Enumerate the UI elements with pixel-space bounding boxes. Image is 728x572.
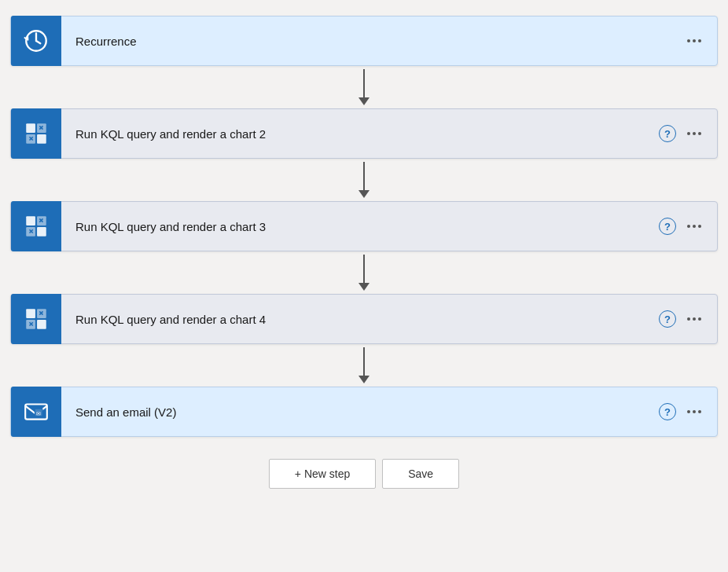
kql3-more-button[interactable]: [684, 222, 704, 231]
svg-rect-14: [37, 227, 46, 236]
recurrence-more-button[interactable]: [684, 36, 704, 46]
step-kql3[interactable]: Run KQL query and render a chart 3 ?: [10, 201, 718, 251]
recurrence-svg: [23, 28, 50, 54]
step-kql2[interactable]: Run KQL query and render a chart 2 ?: [10, 108, 718, 159]
kql3-icon-bg: [11, 201, 61, 251]
kql4-label: Run KQL query and render a chart 4: [61, 313, 659, 326]
email-icon-bg: ✉: [11, 387, 61, 437]
kql4-svg: [23, 306, 50, 332]
svg-rect-3: [26, 123, 35, 133]
step-email[interactable]: ✉ Send an email (V2) ?: [10, 387, 718, 437]
arrow-2: [358, 159, 370, 201]
kql4-actions: ?: [659, 310, 717, 328]
svg-rect-19: [26, 309, 35, 318]
kql4-more-button[interactable]: [684, 314, 704, 324]
kql3-svg: [23, 213, 50, 240]
email-actions: ?: [659, 403, 717, 420]
kql4-help-button[interactable]: ?: [659, 310, 676, 328]
kql4-icon-bg: [11, 294, 61, 344]
kql2-icon-bg: [11, 108, 61, 159]
svg-line-2: [36, 41, 40, 43]
email-more-button[interactable]: [684, 407, 704, 416]
arrow-4: [358, 344, 370, 387]
bottom-actions: + New step Save: [269, 459, 459, 489]
email-help-button[interactable]: ?: [659, 403, 676, 420]
svg-text:✉: ✉: [36, 410, 41, 417]
kql2-svg: [23, 120, 50, 147]
kql2-more-button[interactable]: [684, 129, 704, 138]
step-recurrence[interactable]: Recurrence: [10, 16, 718, 66]
recurrence-label: Recurrence: [61, 35, 684, 48]
flow-container: Recurrence Run KQL que: [10, 16, 718, 489]
save-button[interactable]: Save: [382, 459, 459, 489]
arrow-3: [358, 251, 370, 294]
new-step-button[interactable]: + New step: [269, 459, 376, 489]
email-label: Send an email (V2): [61, 405, 659, 419]
arrow-1: [358, 66, 370, 108]
email-svg: ✉: [23, 398, 50, 425]
step-kql4[interactable]: Run KQL query and render a chart 4 ?: [10, 294, 718, 344]
kql2-label: Run KQL query and render a chart 2: [61, 127, 659, 141]
kql3-help-button[interactable]: ?: [659, 218, 676, 235]
kql3-label: Run KQL query and render a chart 3: [61, 220, 659, 233]
kql2-actions: ?: [659, 125, 717, 142]
svg-rect-22: [37, 320, 46, 329]
recurrence-actions: [684, 36, 717, 46]
kql2-help-button[interactable]: ?: [659, 125, 676, 142]
svg-rect-6: [37, 134, 46, 144]
kql3-actions: ?: [659, 218, 717, 235]
svg-rect-11: [26, 216, 35, 226]
recurrence-icon-bg: [11, 16, 61, 66]
